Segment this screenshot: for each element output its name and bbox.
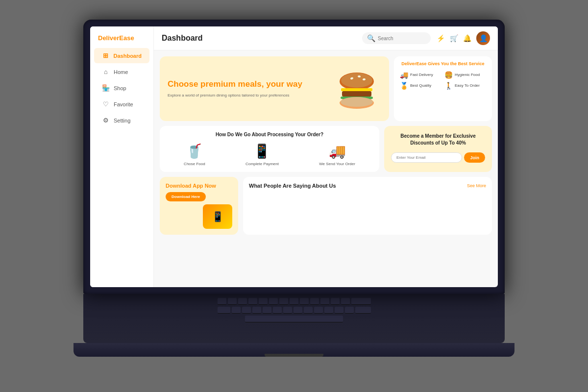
hero-subtitle: Explore a world of premium dining option… [168,93,332,98]
medal-icon: 🏅 [400,82,408,90]
avatar[interactable]: 👤 [476,31,490,45]
steps-row: 🥤 Chose Food 📱 Complete Payment 🚚 [166,143,373,166]
svg-point-1 [341,73,372,88]
search-box[interactable]: 🔍 [362,32,431,44]
hero-burger-image [332,64,381,113]
keyboard-area [83,294,505,343]
see-more-link[interactable]: See More [467,183,486,188]
header: Dashboard 🔍 ⚡ 🛒 🔔 👤 [154,26,498,50]
step-label-delivery: We Send Your Order [319,162,355,166]
hero-row: Choose premium meals, your way Explore a… [160,56,492,121]
screen: DeliverEase ⊞ Dashboard ⌂ Home 🏪 Shop [90,26,498,287]
main-content: Dashboard 🔍 ⚡ 🛒 🔔 👤 [154,26,498,287]
download-title: Download App Now [166,183,232,189]
bottom-row: Download App Now Download Here 📱 What Pe… [160,177,492,235]
app-container: DeliverEase ⊞ Dashboard ⌂ Home 🏪 Shop [90,26,498,287]
gear-icon: ⚙ [102,117,110,124]
food-icon: 🍔 [444,71,453,79]
hero-banner: Choose premium meals, your way Explore a… [160,56,389,121]
sidebar-label-favorite: Favorite [114,101,133,107]
services-grid: 🚚 Fast Delivery 🍔 Hygienic Food 🏅 [400,71,486,90]
svg-rect-6 [342,91,371,97]
search-input[interactable] [378,36,427,41]
food-step-icon: 🥤 [186,143,203,159]
services-panel: DeliverEase Gives You the Best Service 🚚… [394,56,492,121]
hero-text: Choose premium meals, your way Explore a… [168,79,332,98]
reviews-section: What People Are Saying About Us See More [243,177,492,235]
become-member-section: Become a Member for Exclusive Discounts … [384,126,492,172]
member-title: Become a Member for Exclusive Discounts … [391,133,485,147]
service-label-easy-order: Easy To Order [455,83,480,88]
service-label-quality: Best Quality [410,83,431,88]
laptop-base [74,343,514,357]
join-button[interactable]: Join [464,152,485,163]
laptop-wrapper: DeliverEase ⊞ Dashboard ⌂ Home 🏪 Shop [74,20,514,372]
bell-icon[interactable]: 🔔 [463,34,471,42]
search-icon: 🔍 [367,34,375,42]
content-area: Choose premium meals, your way Explore a… [154,50,498,287]
sidebar-item-setting[interactable]: ⚙ Setting [94,113,149,128]
sidebar-item-favorite[interactable]: ♡ Favorite [94,97,149,112]
delivery-step-icon: 🚚 [329,143,346,159]
app-logo: DeliverEase [90,32,153,48]
service-label-hygienic: Hygienic Food [455,73,480,77]
filter-icon[interactable]: ⚡ [437,34,445,42]
how-order-title: How Do We Go About Processing Your Order… [166,132,373,137]
home-icon: ⌂ [102,68,110,75]
hero-title: Choose premium meals, your way [168,79,332,89]
service-item-fast-delivery: 🚚 Fast Delivery [400,71,441,79]
email-input[interactable] [391,152,462,163]
shop-icon: 🏪 [102,84,110,92]
service-item-quality: 🏅 Best Quality [400,82,441,90]
sidebar-label-home: Home [114,69,128,75]
service-item-hygienic: 🍔 Hygienic Food [444,71,486,79]
burger-svg [335,67,379,111]
sidebar-item-dashboard[interactable]: ⊞ Dashboard [94,48,149,63]
cart-icon[interactable]: 🛒 [450,34,458,42]
sidebar-item-home[interactable]: ⌂ Home [94,64,149,79]
download-button[interactable]: Download Here [166,192,206,201]
sidebar-item-shop[interactable]: 🏪 Shop [94,80,149,96]
step-label-chose: Chose Food [184,162,205,166]
middle-row: How Do We Go About Processing Your Order… [160,126,492,172]
sidebar-label-setting: Setting [114,118,130,123]
step-delivery: 🚚 We Send Your Order [319,143,355,166]
step-label-payment: Complete Payment [245,162,279,166]
sidebar-label-dashboard: Dashboard [114,53,142,59]
reviews-header: What People Are Saying About Us See More [249,183,486,189]
services-title: DeliverEase Gives You the Best Service [400,61,486,67]
email-row: Join [391,152,485,163]
sidebar: DeliverEase ⊞ Dashboard ⌂ Home 🏪 Shop [90,26,154,287]
app-preview-image: 📱 [203,204,232,229]
page-title: Dashboard [162,34,356,43]
reviews-title: What People Are Saying About Us [249,183,336,189]
download-app-section: Download App Now Download Here 📱 [160,177,238,235]
delivery-icon: 🚚 [400,71,408,79]
person-icon: 🚶 [444,82,453,90]
sidebar-label-shop: Shop [114,85,126,91]
how-order-section: How Do We Go About Processing Your Order… [160,126,379,172]
service-label-delivery: Fast Delivery [410,73,433,77]
service-item-easy-order: 🚶 Easy To Order [444,82,486,90]
payment-step-icon: 📱 [253,143,270,159]
step-payment: 📱 Complete Payment [245,143,279,166]
header-icons: ⚡ 🛒 🔔 👤 [437,31,490,45]
screen-bezel: DeliverEase ⊞ Dashboard ⌂ Home 🏪 Shop [83,20,505,294]
dashboard-icon: ⊞ [102,52,110,59]
svg-rect-5 [341,88,372,91]
svg-point-10 [341,97,373,107]
step-chose-food: 🥤 Chose Food [184,143,205,166]
heart-icon: ♡ [102,100,110,108]
